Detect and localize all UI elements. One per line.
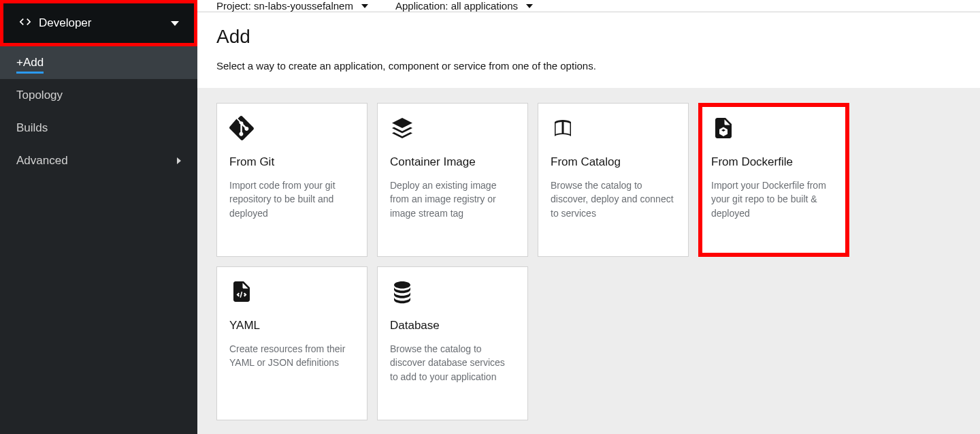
nav-item-add[interactable]: +Add: [0, 46, 197, 79]
nav-item-topology-label: Topology: [16, 89, 63, 102]
layers-icon: [390, 116, 515, 140]
card-container-image[interactable]: Container Image Deploy an existing image…: [377, 103, 528, 257]
page-header: Add Select a way to create an applicatio…: [197, 12, 980, 88]
application-value: all applications: [451, 0, 518, 12]
page-title: Add: [216, 26, 961, 48]
caret-down-icon: [171, 21, 179, 26]
sidebar-nav: +Add Topology Builds Advanced: [0, 46, 197, 177]
card-desc: Import code from your git repository to …: [229, 179, 355, 220]
nav-item-builds-label: Builds: [16, 121, 48, 134]
card-from-dockerfile[interactable]: From Dockerfile Import your Dockerfile f…: [698, 103, 849, 257]
caret-down-icon: [361, 4, 368, 8]
card-from-catalog[interactable]: From Catalog Browse the catalog to disco…: [538, 103, 689, 257]
perspective-switcher[interactable]: Developer: [0, 0, 197, 46]
card-title: YAML: [229, 319, 355, 332]
application-selector[interactable]: Application: all applications: [395, 0, 533, 12]
application-prefix: Application:: [395, 0, 451, 12]
sidebar: Developer +Add Topology Builds Advanced: [0, 0, 197, 434]
card-title: From Git: [229, 155, 355, 169]
catalog-icon: [551, 116, 676, 140]
card-desc: Import your Dockerfile from your git rep…: [711, 179, 836, 220]
dockerfile-icon: [711, 116, 836, 140]
caret-down-icon: [526, 4, 533, 8]
project-value: sn-labs-youssefalnem: [254, 0, 353, 12]
page-description: Select a way to create an application, c…: [216, 60, 961, 72]
database-icon: [390, 279, 515, 304]
yaml-icon: [229, 279, 355, 304]
card-from-git[interactable]: From Git Import code from your git repos…: [216, 103, 368, 257]
project-selector[interactable]: Project: sn-labs-youssefalnem: [216, 0, 368, 12]
nav-item-add-label: +Add: [16, 56, 44, 69]
card-database[interactable]: Database Browse the catalog to discover …: [377, 266, 528, 420]
nav-item-topology[interactable]: Topology: [0, 79, 197, 112]
nav-item-advanced-label: Advanced: [16, 154, 68, 168]
card-desc: Browse the catalog to discover database …: [390, 342, 515, 384]
project-prefix: Project:: [216, 0, 254, 12]
context-toolbar: Project: sn-labs-youssefalnem Applicatio…: [197, 0, 980, 12]
card-yaml[interactable]: YAML Create resources from their YAML or…: [216, 266, 368, 420]
git-icon: [229, 116, 355, 140]
card-title: From Catalog: [551, 155, 676, 169]
chevron-right-icon: [177, 157, 181, 164]
main-content: Project: sn-labs-youssefalnem Applicatio…: [197, 0, 980, 434]
card-desc: Browse the catalog to discover, deploy a…: [551, 179, 676, 220]
cards-section: From Git Import code from your git repos…: [197, 88, 980, 434]
nav-item-builds[interactable]: Builds: [0, 112, 197, 144]
card-desc: Deploy an existing image from an image r…: [390, 179, 515, 220]
card-title: Container Image: [390, 155, 515, 169]
card-title: From Dockerfile: [711, 155, 836, 169]
code-icon: [18, 15, 32, 32]
card-title: Database: [390, 319, 515, 332]
nav-item-advanced[interactable]: Advanced: [0, 144, 197, 177]
perspective-label: Developer: [39, 16, 92, 30]
card-desc: Create resources from their YAML or JSON…: [229, 342, 355, 370]
